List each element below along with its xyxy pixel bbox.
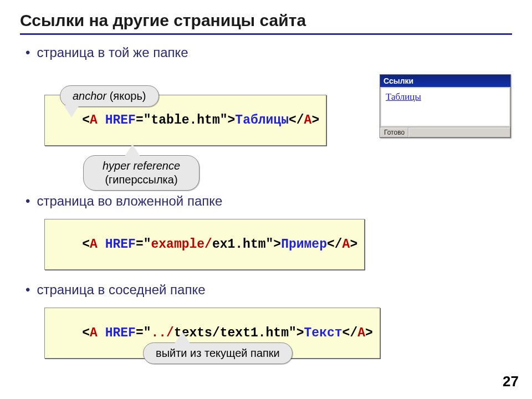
code-token: HREF [105,237,136,252]
code-token: < [82,113,90,127]
status-text: Готово [380,127,408,137]
code-token: Текст [304,326,342,340]
code-token: =" [136,113,151,127]
code-token: < [82,237,90,252]
title-underline [20,33,512,35]
code-token: texts/text1.htm [174,326,289,340]
code-token: Пример [281,237,327,252]
code-token: > [365,326,373,340]
code-token: A [357,326,365,340]
status-spacer [408,127,510,137]
code-token: A [90,113,98,127]
callout-label-ru: (гиперссылка) [105,173,177,186]
callout-label-italic: hyper reference [103,160,180,172]
code-token: </ [327,237,342,252]
code-token: > [350,237,357,252]
browser-body: Таблицы [381,88,509,126]
code-token: "> [289,326,304,340]
code-token: =" [136,237,151,252]
slide-title: Ссылки на другие страницы сайта [20,11,512,30]
callout-label-ru: (якорь) [106,90,146,102]
browser-statusbar: Готово [380,127,510,137]
code-token: table.htm [151,113,219,127]
browser-titlebar: Ссылки [380,75,510,87]
code-token: A [304,113,312,127]
code-token: A [90,237,98,252]
browser-link[interactable]: Таблицы [386,91,421,102]
callout-tail-icon [125,144,140,156]
code-token: "> [220,113,236,127]
code-token: </ [289,113,304,127]
code-token [98,326,105,340]
code-token: A [90,326,98,340]
callout-label-italic: anchor [73,90,106,102]
callout-label: выйти из текущей папки [156,347,280,359]
browser-preview: Ссылки Таблицы Готово [380,74,511,138]
bullet-sibling-folder: страница в соседней папке [25,282,512,298]
code-token: =" [136,326,151,340]
callout-href: hyper reference (гиперссылка) [83,155,200,191]
code-token: > [311,113,319,127]
code-token: < [82,326,90,340]
callout-tail-icon [175,331,190,344]
code-example-2: <A HREF="example/ex1.htm">Пример</A> [44,219,365,270]
code-token: </ [342,326,358,340]
code-token [98,113,105,127]
bullet-nested-folder: страница во вложенной папке [25,193,512,209]
code-token: HREF [105,326,136,340]
callout-anchor: anchor (якорь) [60,85,159,107]
code-token [98,237,105,252]
code-token: ex1.htm [212,237,266,252]
code-token: Таблицы [235,113,289,127]
bullet-same-folder: страница в той же папке [25,45,512,60]
page-number: 27 [503,373,519,390]
code-token: HREF [105,113,136,127]
code-token: A [342,237,350,252]
callout-tail-icon [64,105,79,117]
code-token: ../ [151,326,173,340]
callout-updir: выйти из текущей папки [143,342,293,364]
code-token: example/ [151,237,212,252]
code-token: "> [266,237,282,252]
